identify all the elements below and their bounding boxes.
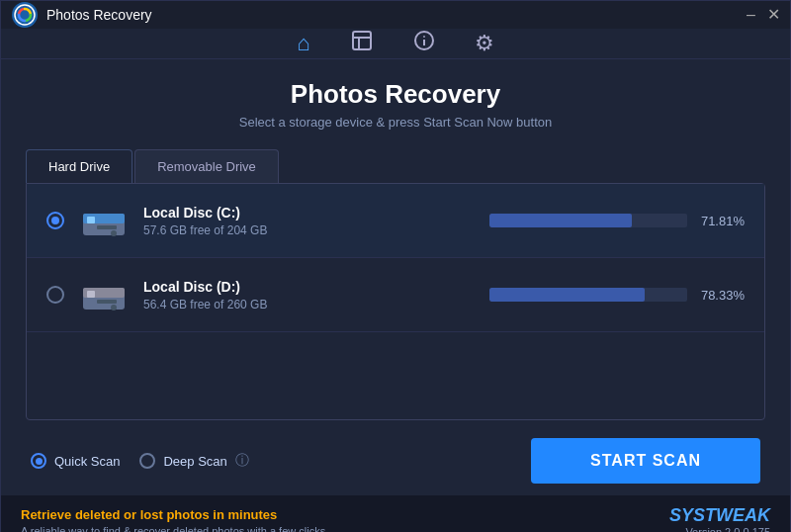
drive-icon-c	[79, 202, 129, 239]
home-nav-icon[interactable]: ⌂	[297, 31, 309, 56]
drive-tabs: Hard Drive Removable Drive	[26, 149, 765, 183]
progress-bar-fill-d	[489, 288, 645, 302]
tab-hard-drive[interactable]: Hard Drive	[26, 149, 132, 183]
page-title: Photos Recovery	[26, 79, 765, 110]
app-header: Photos Recovery Select a storage device …	[26, 79, 765, 130]
app-window: Photos Recovery – ✕ ⌂ ⚙ Photos	[0, 0, 791, 532]
scan-nav-icon[interactable]	[350, 29, 374, 58]
window-controls: – ✕	[747, 7, 780, 23]
drive-icon-d	[79, 276, 129, 313]
progress-pct-d: 78.33%	[697, 288, 745, 303]
minimize-button[interactable]: –	[747, 7, 755, 23]
device-name-d: Local Disc (D:)	[143, 279, 489, 295]
close-button[interactable]: ✕	[767, 7, 780, 23]
progress-pct-c: 71.81%	[697, 214, 745, 228]
svg-rect-16	[97, 300, 117, 304]
tab-removable-drive[interactable]: Removable Drive	[134, 149, 279, 183]
brand-sys: SYS	[669, 505, 705, 525]
svg-rect-10	[87, 217, 95, 223]
footer: Retrieve deleted or lost photos in minut…	[1, 495, 790, 532]
deep-scan-option[interactable]: Deep Scan ⓘ	[139, 452, 248, 470]
svg-point-0	[12, 2, 38, 28]
progress-bar-bg-d	[489, 288, 687, 302]
footer-brand: SYSTWEAK Version 2.0.0.175	[669, 505, 770, 532]
device-space-c: 57.6 GB free of 204 GB	[143, 223, 489, 237]
main-content: Photos Recovery Select a storage device …	[1, 59, 790, 495]
device-list: Local Disc (C:) 57.6 GB free of 204 GB 7…	[26, 183, 765, 420]
scan-options: Quick Scan Deep Scan ⓘ	[31, 452, 531, 470]
device-info-d: Local Disc (D:) 56.4 GB free of 260 GB	[143, 279, 489, 311]
quick-scan-label: Quick Scan	[54, 454, 120, 469]
settings-nav-icon[interactable]: ⚙	[475, 31, 494, 56]
device-radio-c[interactable]	[46, 212, 64, 229]
device-radio-d[interactable]	[46, 286, 64, 304]
svg-rect-2	[353, 32, 371, 49]
brand-tweak: TWEAK	[705, 505, 770, 525]
quick-scan-radio[interactable]	[31, 453, 46, 469]
title-bar: Photos Recovery – ✕	[1, 1, 790, 29]
device-list-spacer	[27, 332, 764, 411]
app-logo	[11, 1, 39, 29]
svg-point-7	[423, 37, 424, 38]
svg-rect-11	[97, 225, 117, 229]
info-nav-icon[interactable]	[413, 30, 435, 57]
svg-point-17	[111, 305, 117, 310]
device-info-c: Local Disc (C:) 57.6 GB free of 204 GB	[143, 205, 489, 237]
svg-point-12	[111, 230, 117, 236]
footer-left: Retrieve deleted or lost photos in minut…	[21, 507, 328, 533]
top-navigation: ⌂ ⚙	[1, 29, 790, 59]
quick-scan-option[interactable]: Quick Scan	[31, 453, 120, 469]
bottom-controls: Quick Scan Deep Scan ⓘ START SCAN	[26, 438, 765, 484]
footer-main-text: Retrieve deleted or lost photos in minut…	[21, 507, 328, 522]
deep-scan-label: Deep Scan	[163, 454, 226, 469]
device-row-c[interactable]: Local Disc (C:) 57.6 GB free of 204 GB 7…	[27, 184, 764, 258]
device-row-d[interactable]: Local Disc (D:) 56.4 GB free of 260 GB 7…	[27, 258, 764, 332]
page-subtitle: Select a storage device & press Start Sc…	[26, 115, 765, 130]
svg-rect-15	[87, 291, 95, 298]
deep-scan-info-icon[interactable]: ⓘ	[235, 452, 249, 470]
progress-bar-bg-c	[489, 214, 687, 227]
device-progress-c: 71.81%	[489, 214, 745, 228]
device-progress-d: 78.33%	[489, 288, 745, 303]
deep-scan-radio[interactable]	[139, 453, 155, 469]
progress-bar-fill-c	[489, 214, 632, 227]
app-title: Photos Recovery	[46, 7, 152, 23]
device-name-c: Local Disc (C:)	[143, 205, 489, 221]
footer-sub-text: A reliable way to find & recover deleted…	[21, 525, 328, 533]
brand-version: Version 2.0.0.175	[669, 526, 770, 532]
device-space-d: 56.4 GB free of 260 GB	[143, 298, 489, 311]
brand-name: SYSTWEAK	[669, 505, 770, 526]
start-scan-button[interactable]: START SCAN	[531, 438, 760, 484]
